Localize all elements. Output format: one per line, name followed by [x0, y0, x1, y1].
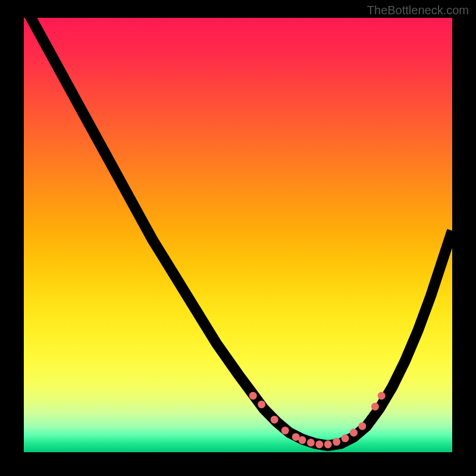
- plot-area: [24, 18, 452, 452]
- bottleneck-curve: [24, 18, 452, 446]
- data-point: [371, 403, 379, 411]
- data-point: [333, 438, 340, 446]
- chart-svg: [24, 18, 452, 452]
- data-point: [315, 440, 323, 448]
- data-point: [271, 416, 278, 424]
- data-point: [299, 436, 306, 444]
- data-point: [281, 427, 289, 434]
- data-point: [258, 400, 265, 408]
- data-point: [358, 422, 366, 430]
- data-point: [324, 440, 332, 448]
- data-point: [350, 429, 358, 437]
- data-point: [249, 392, 257, 400]
- data-point: [378, 392, 386, 400]
- watermark-text: TheBottleneck.com: [367, 4, 469, 17]
- data-point: [307, 439, 315, 446]
- data-point: [342, 434, 349, 442]
